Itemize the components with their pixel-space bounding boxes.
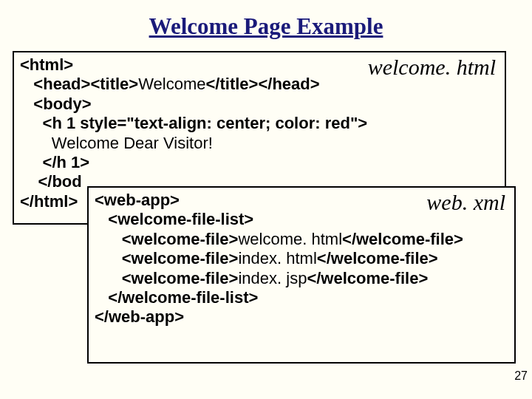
code-line: <welcome-file>index. jsp</welcome-file> — [95, 269, 508, 288]
code-line: </welcome-file-list> — [95, 288, 508, 307]
filename-welcome: welcome. html — [368, 54, 496, 81]
code-line: <welcome-file>index. html</welcome-file> — [95, 249, 508, 268]
page-number: 27 — [514, 369, 528, 383]
code-box-web-xml: web. xml <web-app> <welcome-file-list> <… — [87, 186, 516, 364]
slide-title: Welcome Page Example — [0, 0, 532, 49]
code-line: </web-app> — [95, 307, 508, 327]
code-line: <body> — [20, 95, 499, 114]
code-line: <h 1 style="text-align: center; color: r… — [20, 114, 499, 133]
code-line: Welcome Dear Visitor! — [20, 134, 499, 153]
filename-webxml: web. xml — [426, 189, 505, 216]
code-line: </h 1> — [20, 153, 499, 172]
code-line: <welcome-file>welcome. html</welcome-fil… — [95, 230, 508, 249]
